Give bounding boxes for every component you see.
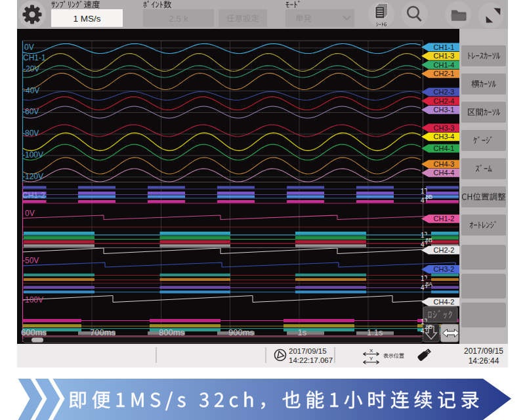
svg-text:0V: 0V (25, 209, 35, 218)
svg-text:CH1-3: CH1-3 (434, 52, 455, 60)
svg-text:1: 1 (421, 318, 425, 326)
svg-text:-60V: -60V (22, 107, 39, 116)
svg-text:14:22:17.067: 14:22:17.067 (289, 356, 333, 364)
svg-text:-80V: -80V (22, 129, 39, 138)
svg-text:CH1-2: CH1-2 (22, 191, 45, 200)
svg-text:0V: 0V (24, 43, 34, 52)
svg-text:CH3-2: CH3-2 (434, 265, 455, 273)
svg-text:-100V: -100V (22, 150, 43, 159)
svg-text:CH1-1: CH1-1 (434, 43, 455, 51)
svg-text:CH4-4: CH4-4 (434, 169, 455, 177)
svg-text:-20V: -20V (23, 64, 39, 74)
svg-text:4: 4 (421, 327, 425, 335)
svg-text:CH4-1: CH4-1 (434, 144, 455, 152)
svg-text:-120V: -120V (22, 172, 43, 181)
svg-text:2017/09/15: 2017/09/15 (289, 347, 327, 355)
svg-text:600ms: 600ms (21, 327, 47, 337)
svg-text:2017/09/15: 2017/09/15 (464, 346, 503, 356)
svg-text:CH1-1: CH1-1 (23, 53, 46, 62)
svg-text:700ms: 700ms (90, 327, 116, 337)
svg-text:1s: 1s (298, 327, 307, 337)
svg-text:CH2-3: CH2-3 (434, 88, 455, 96)
svg-text:1 MS/s: 1 MS/s (73, 14, 100, 24)
svg-text:Y: Y (369, 356, 373, 362)
svg-text:4: 4 (421, 197, 425, 204)
svg-text:1: 1 (421, 232, 425, 239)
svg-text:4: 4 (421, 284, 425, 291)
svg-text:CH3-1: CH3-1 (434, 106, 455, 114)
svg-text:4: 4 (421, 241, 425, 248)
svg-text:2.5 k: 2.5 k (169, 14, 188, 24)
svg-text:CH4-3: CH4-3 (434, 160, 455, 168)
svg-text:900ms: 900ms (228, 327, 255, 337)
svg-text:CH1-4: CH1-4 (434, 61, 455, 69)
svg-text:1.1s: 1.1s (367, 327, 383, 337)
svg-text:14:26:44: 14:26:44 (469, 356, 499, 366)
svg-text:CH3-3: CH3-3 (434, 124, 455, 132)
svg-text:CH2-4: CH2-4 (434, 97, 455, 105)
svg-text:CH4-2: CH4-2 (434, 298, 455, 306)
svg-text:X: X (369, 348, 373, 354)
svg-text:CH2-1: CH2-1 (434, 70, 455, 77)
svg-text:-100V: -100V (22, 295, 43, 304)
svg-text:-50V: -50V (22, 256, 39, 265)
svg-text:1: 1 (421, 188, 425, 195)
svg-text:CH1-2: CH1-2 (434, 215, 455, 222)
svg-text:CH3-4: CH3-4 (434, 133, 455, 140)
svg-text:1: 1 (421, 275, 425, 282)
svg-text:-40V: -40V (23, 86, 39, 95)
svg-text:CH2-2: CH2-2 (434, 246, 455, 254)
svg-text:800ms: 800ms (159, 327, 185, 337)
